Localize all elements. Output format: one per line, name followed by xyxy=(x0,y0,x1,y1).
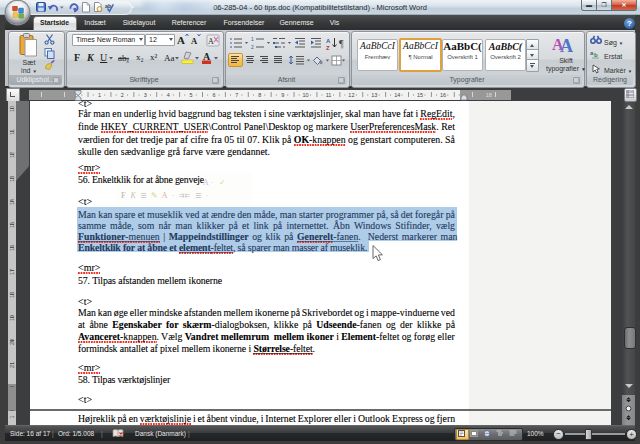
svg-text:U: U xyxy=(100,52,108,63)
svg-text:A: A xyxy=(326,38,331,44)
svg-text:Z: Z xyxy=(326,45,330,51)
svg-text:¶: ¶ xyxy=(339,38,344,49)
svg-text:b: b xyxy=(594,52,598,58)
svg-text:A: A xyxy=(177,34,185,46)
svg-text:x²: x² xyxy=(150,52,158,62)
svg-text:F: F xyxy=(74,52,80,63)
svg-text:2: 2 xyxy=(251,44,254,50)
svg-text:A: A xyxy=(191,36,198,46)
svg-text:1: 1 xyxy=(251,36,254,42)
svg-text:abᵪ: abᵪ xyxy=(118,53,129,63)
svg-text:Aa: Aa xyxy=(164,53,175,63)
svg-text:x₂: x₂ xyxy=(136,52,144,62)
svg-text:A: A xyxy=(208,37,214,46)
svg-text:A: A xyxy=(560,36,573,56)
svg-text:K: K xyxy=(86,52,95,63)
svg-text:A: A xyxy=(203,51,211,62)
